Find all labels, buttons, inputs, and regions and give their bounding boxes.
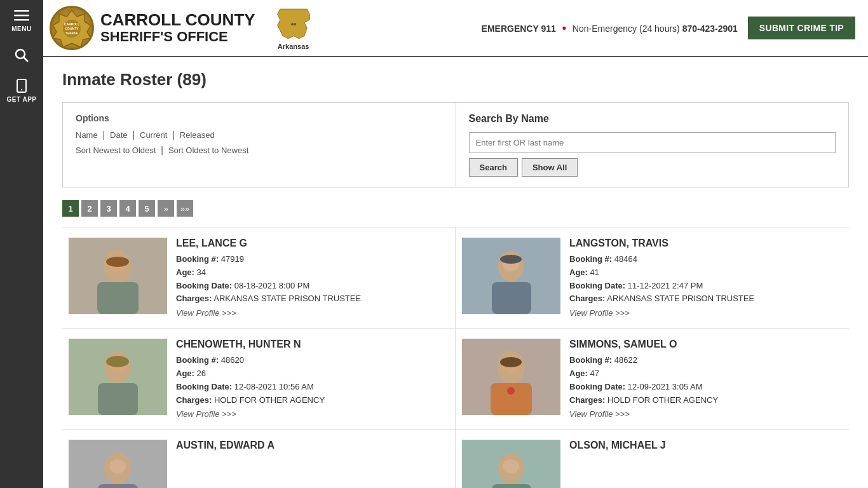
- page-3-button[interactable]: 3: [100, 200, 117, 217]
- options-links: Name | Date | Current | Released: [76, 130, 443, 140]
- page-5-button[interactable]: 5: [139, 200, 155, 217]
- inmate-card: AUSTIN, EDWARD A: [62, 430, 456, 488]
- svg-rect-40: [492, 484, 531, 488]
- inmate-card: SIMMONS, SAMUEL O Booking #: 48622 Age: …: [456, 329, 849, 430]
- inmate-info: LANGSTON, TRAVIS Booking #: 48464 Age: 4…: [569, 238, 843, 318]
- menu-label: MENU: [11, 25, 31, 32]
- search-button[interactable]: Search: [469, 158, 518, 177]
- inmate-card: CHENOWETH, HUNTER N Booking #: 48620 Age…: [62, 329, 456, 430]
- inmate-grid: LEE, LANCE G Booking #: 47919 Age: 34 Bo…: [62, 227, 849, 488]
- svg-text:COUNTY: COUNTY: [65, 27, 79, 30]
- options-sort: Sort Newest to Oldest | Sort Oldest to N…: [76, 145, 443, 155]
- options-title: Options: [76, 113, 443, 123]
- inmate-details: Booking #: 47919 Age: 34 Booking Date: 0…: [176, 253, 449, 306]
- inmate-photo: [462, 339, 560, 415]
- inmate-info: SIMMONS, SAMUEL O Booking #: 48622 Age: …: [569, 339, 843, 419]
- inmate-name: LANGSTON, TRAVIS: [569, 238, 843, 249]
- arkansas-shape-icon: AR: [275, 6, 313, 41]
- page-2-button[interactable]: 2: [81, 200, 98, 217]
- separator: •: [562, 22, 566, 34]
- inmate-info: AUSTIN, EDWARD A: [176, 440, 449, 488]
- view-profile-link[interactable]: View Profile >>>: [569, 409, 630, 419]
- svg-text:AR: AR: [290, 22, 296, 25]
- svg-line-4: [24, 58, 29, 62]
- inmate-photo: [69, 440, 167, 488]
- sheriff-badge: CARROLL COUNTY SHERIFF: [50, 6, 94, 50]
- svg-point-3: [16, 50, 25, 58]
- emergency-info: EMERGENCY 911 • Non-Emergency (24 hours)…: [482, 22, 738, 35]
- inmate-details: Booking #: 48620 Age: 26 Booking Date: 1…: [176, 354, 449, 407]
- page-next-button[interactable]: »: [158, 200, 174, 217]
- inmate-card: LANGSTON, TRAVIS Booking #: 48464 Age: 4…: [456, 227, 849, 329]
- inmate-name: AUSTIN, EDWARD A: [176, 440, 449, 451]
- get-app-label: GET APP: [6, 96, 36, 103]
- page-4-button[interactable]: 4: [119, 200, 136, 217]
- inmate-name: SIMMONS, SAMUEL O: [569, 339, 843, 350]
- filter-released-link[interactable]: Released: [180, 130, 215, 140]
- sort-oldest-link[interactable]: Sort Oldest to Newest: [168, 146, 248, 155]
- options-panel: Options Name | Date | Current | Released…: [62, 102, 849, 187]
- sidebar-menu-button[interactable]: MENU: [0, 0, 43, 40]
- inmate-details: Booking #: 48464 Age: 41 Booking Date: 1…: [569, 253, 843, 306]
- page-last-button[interactable]: »»: [177, 200, 193, 217]
- office-title: CARROLL COUNTY SHERIFF'S OFFICE: [100, 11, 255, 46]
- submit-crime-tip-button[interactable]: SUBMIT CRIME TIP: [748, 17, 855, 39]
- svg-point-27: [106, 356, 129, 367]
- inmate-card: LEE, LANCE G Booking #: 47919 Age: 34 Bo…: [62, 227, 456, 329]
- hamburger-icon: [14, 8, 29, 23]
- search-buttons: Search Show All: [469, 158, 836, 177]
- inmate-photo: [462, 440, 560, 488]
- filter-date-link[interactable]: Date: [110, 130, 127, 140]
- search-by-name-title: Search By Name: [469, 113, 836, 125]
- svg-rect-2: [14, 19, 29, 21]
- sort-newest-link[interactable]: Sort Newest to Oldest: [76, 146, 156, 155]
- search-icon: [14, 48, 29, 63]
- inmate-name: LEE, LANCE G: [176, 238, 449, 249]
- inmate-name: OLSON, MICHAEL J: [569, 440, 843, 451]
- svg-point-37: [109, 459, 126, 473]
- svg-point-32: [500, 357, 522, 367]
- inmate-photo: [69, 339, 167, 415]
- phone-icon: [14, 78, 29, 93]
- inmate-name: CHENOWETH, HUNTER N: [176, 339, 449, 350]
- inmate-details: Booking #: 48622 Age: 47 Booking Date: 1…: [569, 354, 843, 407]
- svg-point-22: [500, 255, 522, 264]
- page-1-button[interactable]: 1: [62, 200, 79, 217]
- inmate-info: OLSON, MICHAEL J: [569, 440, 843, 488]
- svg-rect-0: [14, 10, 29, 12]
- sidebar: MENU GET APP: [0, 0, 43, 488]
- view-profile-link[interactable]: View Profile >>>: [176, 308, 236, 318]
- inmate-info: LEE, LANCE G Booking #: 47919 Age: 34 Bo…: [176, 238, 449, 318]
- view-profile-link[interactable]: View Profile >>>: [176, 409, 236, 419]
- header: CARROLL COUNTY SHERIFF CARROLL COUNTY SH…: [43, 0, 868, 57]
- arkansas-logo: AR Arkansas: [268, 6, 319, 50]
- main-content: Inmate Roster (89) Options Name | Date |…: [43, 57, 868, 488]
- svg-rect-15: [97, 282, 139, 314]
- svg-rect-36: [98, 484, 138, 488]
- svg-point-41: [503, 459, 519, 473]
- svg-point-6: [21, 89, 22, 90]
- header-right: EMERGENCY 911 • Non-Emergency (24 hours)…: [482, 17, 855, 39]
- svg-rect-1: [14, 15, 29, 17]
- page-title: Inmate Roster (89): [62, 70, 849, 90]
- svg-point-17: [106, 257, 129, 267]
- svg-rect-20: [492, 282, 531, 314]
- options-right: Search By Name Search Show All: [456, 103, 849, 187]
- options-left: Options Name | Date | Current | Released…: [63, 103, 456, 187]
- inmate-photo: [69, 238, 167, 314]
- filter-current-link[interactable]: Current: [140, 130, 167, 140]
- svg-rect-25: [98, 383, 138, 415]
- svg-text:SHERIFF: SHERIFF: [65, 32, 78, 35]
- search-input[interactable]: [469, 132, 836, 153]
- svg-text:CARROLL: CARROLL: [64, 22, 79, 26]
- view-profile-link[interactable]: View Profile >>>: [569, 308, 630, 318]
- sidebar-app-button[interactable]: GET APP: [0, 71, 43, 111]
- show-all-button[interactable]: Show All: [522, 158, 578, 177]
- inmate-card: OLSON, MICHAEL J: [456, 430, 849, 488]
- pagination: 1 2 3 4 5 » »»: [62, 200, 849, 217]
- filter-name-link[interactable]: Name: [76, 130, 98, 140]
- svg-point-33: [507, 387, 515, 395]
- header-left: CARROLL COUNTY SHERIFF CARROLL COUNTY SH…: [50, 6, 319, 50]
- inmate-info: CHENOWETH, HUNTER N Booking #: 48620 Age…: [176, 339, 449, 419]
- sidebar-search-button[interactable]: [0, 40, 43, 71]
